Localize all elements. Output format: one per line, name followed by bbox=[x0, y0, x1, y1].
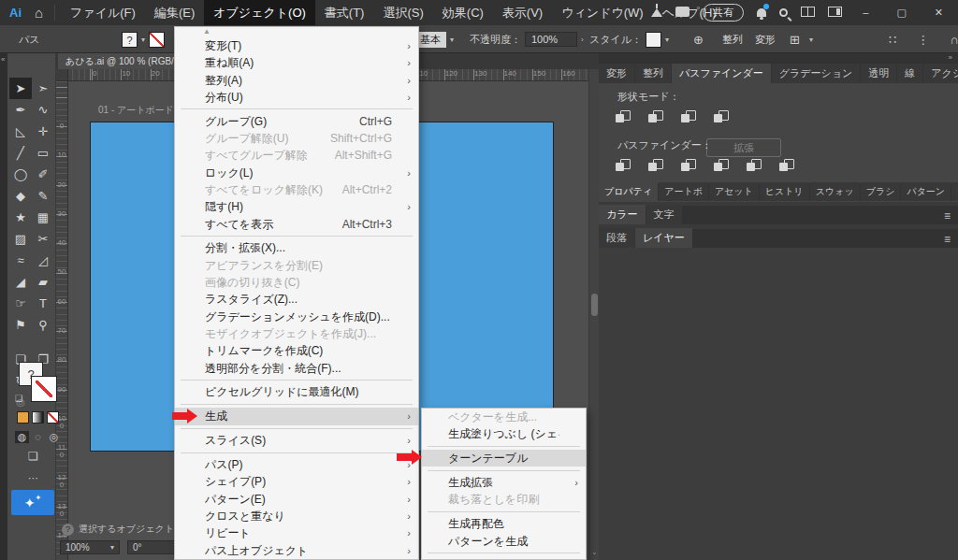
tab-assets[interactable]: アセット bbox=[709, 182, 759, 201]
menu-item-distribute[interactable]: 分布(U) › bbox=[175, 89, 418, 106]
tab-paragraph[interactable]: 段落 bbox=[599, 228, 634, 248]
home-icon[interactable]: ⌂ bbox=[31, 5, 55, 21]
tab-appearance[interactable]: アピアラ bbox=[951, 182, 958, 201]
close-button[interactable]: ✕ bbox=[927, 0, 951, 25]
add-anchor-point-tool[interactable]: ✛ bbox=[32, 121, 54, 142]
scissors-tool[interactable]: ✂ bbox=[32, 228, 54, 250]
outline-button[interactable] bbox=[743, 156, 763, 174]
menu-item-transform[interactable]: 変形(T) › bbox=[175, 37, 418, 54]
expand-panels-icon[interactable]: » bbox=[949, 53, 952, 62]
opacity-input[interactable]: 100% bbox=[525, 32, 577, 47]
menu-edit[interactable]: 編集(E) bbox=[145, 0, 204, 25]
submenu-item-generate-pattern[interactable]: パターンを生成 bbox=[422, 533, 586, 550]
menu-object[interactable]: オブジェクト(O) bbox=[204, 0, 315, 25]
knife-tool[interactable]: ▰ bbox=[32, 271, 54, 293]
menu-item-expand[interactable]: 分割・拡張(X)... bbox=[175, 239, 418, 256]
tab-align[interactable]: 整列 bbox=[635, 64, 671, 83]
divide-button[interactable] bbox=[612, 156, 632, 174]
comment-icon[interactable] bbox=[675, 6, 689, 20]
menu-item-gradient-mesh[interactable]: グラデーションメッシュを作成(D)... bbox=[175, 309, 418, 325]
tab-pathfinder[interactable]: パスファインダー bbox=[672, 64, 771, 83]
menu-item-align[interactable]: 整列(A) › bbox=[175, 72, 418, 89]
panel-menu-icon[interactable]: ≡ bbox=[936, 231, 958, 248]
gradient-tool[interactable]: ▨ bbox=[9, 228, 32, 250]
tab-actions[interactable]: アクション bbox=[923, 64, 958, 83]
tab-artboards[interactable]: アートボ bbox=[659, 182, 708, 201]
tab-properties[interactable]: プロパティ bbox=[599, 182, 658, 201]
maximize-button[interactable]: ▢ bbox=[889, 0, 913, 25]
menu-item-hide[interactable]: 隠す(H) › bbox=[175, 198, 418, 215]
draw-normal-button[interactable]: ◍ bbox=[15, 431, 29, 443]
direct-selection-tool[interactable]: ➣ bbox=[32, 78, 54, 99]
chevron-right-icon[interactable]: › bbox=[581, 36, 584, 44]
menu-item-lock[interactable]: ロック(L) › bbox=[175, 165, 418, 181]
menu-item-shape[interactable]: シェイプ(P) › bbox=[175, 473, 418, 490]
panel-menu-icon[interactable]: ≡ bbox=[936, 208, 958, 224]
default-fill-stroke-icon[interactable]: ❑ bbox=[15, 394, 22, 403]
type-tool[interactable]: T bbox=[32, 293, 54, 314]
unite-button[interactable] bbox=[612, 108, 632, 125]
curvature-tool[interactable]: ∿ bbox=[32, 99, 54, 121]
submenu-item-turntable[interactable]: ターンテーブル bbox=[422, 450, 586, 467]
menu-item-intertwine[interactable]: クロスと重なり › bbox=[175, 508, 418, 524]
exclude-button[interactable] bbox=[710, 108, 731, 125]
tab-layers[interactable]: レイヤー bbox=[635, 228, 692, 248]
corner-widget-icon[interactable]: ∩ bbox=[944, 33, 958, 47]
screen-mode-button[interactable]: ❏ bbox=[28, 450, 38, 463]
scrollbar-down-arrow[interactable]: ⌄ bbox=[591, 548, 598, 556]
more-options-icon[interactable]: ⊞▾ bbox=[784, 25, 813, 53]
tab-history[interactable]: ヒストリ bbox=[760, 182, 809, 201]
zoom-level-dropdown[interactable]: 100%▾ bbox=[60, 540, 120, 554]
tab-swatches[interactable]: スウォッ bbox=[810, 182, 860, 201]
trim-button[interactable] bbox=[645, 156, 665, 174]
transform-button[interactable]: 変形 bbox=[751, 25, 779, 53]
snap-options-icon[interactable]: ⋮ bbox=[911, 33, 935, 47]
brush-definition[interactable]: 基本 ▾ bbox=[414, 25, 454, 53]
menu-item-flatten-transparency[interactable]: 透明部分を分割・統合(F)... bbox=[175, 360, 418, 377]
merge-button[interactable] bbox=[677, 156, 698, 174]
tab-brushes[interactable]: ブラシ bbox=[861, 182, 901, 201]
beaker-icon[interactable] bbox=[651, 5, 662, 22]
document-setup-icon[interactable]: ⊕ bbox=[688, 25, 709, 53]
menu-item-path[interactable]: パス(P) › bbox=[175, 456, 418, 473]
tab-gradient[interactable]: グラデーション bbox=[772, 64, 861, 83]
draw-behind-button[interactable]: ◌ bbox=[31, 431, 45, 443]
menu-item-slice[interactable]: スライス(S) › bbox=[175, 432, 418, 449]
color-swatch-button[interactable] bbox=[17, 411, 29, 424]
style-swatch[interactable] bbox=[646, 32, 661, 48]
align-button[interactable]: 整列 bbox=[718, 25, 747, 53]
vertical-scrollbar[interactable]: ⌄ bbox=[588, 69, 599, 560]
menu-scroll-up-icon[interactable]: ▲ bbox=[175, 27, 418, 37]
menu-item-pixel-grid[interactable]: ピクセルグリッドに最適化(M) bbox=[175, 383, 418, 400]
share-button[interactable]: 共有 bbox=[703, 4, 744, 22]
search-icon[interactable] bbox=[779, 6, 788, 20]
dock-panel-icon[interactable] bbox=[828, 6, 842, 20]
document-tab[interactable]: あひる.ai @ 100 % (RGB/プ bbox=[58, 53, 191, 69]
tab-transparency[interactable]: 透明 bbox=[861, 64, 896, 83]
gradient-swatch-button[interactable] bbox=[32, 411, 44, 424]
print-tiling-tool[interactable]: ⚑ bbox=[9, 314, 32, 336]
generative-ai-button[interactable]: ✦ ✦ bbox=[11, 490, 54, 515]
scale-tool[interactable]: ◿ bbox=[32, 250, 54, 271]
tab-transform[interactable]: 変形 bbox=[599, 64, 634, 83]
submenu-item-generative-expand[interactable]: 生成拡張 › bbox=[422, 474, 586, 491]
fill-color-widget[interactable]: ? ▾ bbox=[122, 25, 165, 53]
polygon-tool[interactable]: ◆ bbox=[9, 185, 32, 207]
menu-item-rasterize[interactable]: ラスタライズ(Z)... bbox=[175, 291, 418, 308]
menu-window[interactable]: ウィンドウ(W) bbox=[552, 0, 652, 25]
line-segment-tool[interactable]: ╱ bbox=[9, 142, 32, 164]
menu-item-pattern[interactable]: パターン(E) › bbox=[175, 491, 418, 508]
minus-front-button[interactable] bbox=[645, 108, 665, 125]
draw-inside-button[interactable]: ◎ bbox=[47, 431, 61, 443]
notifications-bell-icon[interactable] bbox=[757, 6, 766, 20]
eyedropper-tool[interactable]: ◢ bbox=[9, 271, 32, 293]
menu-item-show-all[interactable]: すべてを表示 Alt+Ctrl+3 bbox=[175, 216, 418, 233]
chevron-down-icon[interactable]: ▾ bbox=[665, 36, 669, 44]
menu-view[interactable]: 表示(V) bbox=[493, 0, 552, 25]
rectangle-tool[interactable]: ▭ bbox=[32, 142, 54, 164]
star-tool[interactable]: ★ bbox=[9, 207, 32, 228]
submenu-item-generative-fill[interactable]: 生成塗りつぶし (シェイプ)... bbox=[422, 425, 586, 442]
zoom-tool[interactable]: ⚲ bbox=[32, 314, 54, 336]
selection-tool[interactable]: ➤ bbox=[9, 78, 32, 99]
edit-toolbar-dots[interactable]: ⋯ bbox=[28, 472, 38, 484]
